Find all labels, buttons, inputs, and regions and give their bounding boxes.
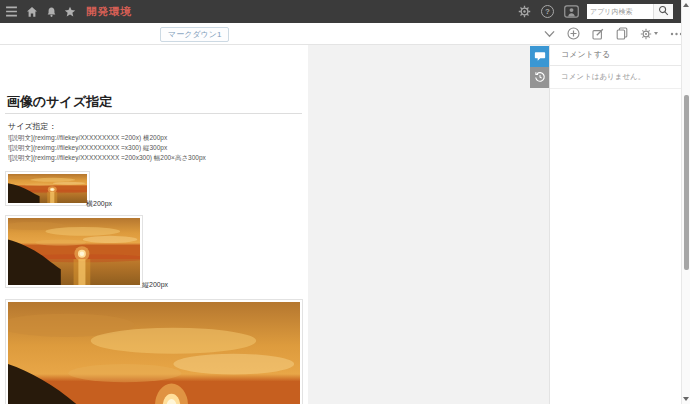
add-record-plus-icon[interactable] <box>567 27 580 40</box>
menu-icon[interactable] <box>5 6 18 17</box>
sunset-image-width200 <box>5 171 90 206</box>
markdown-syntax-line: ![説明文](reximg://filekey/XXXXXXXXX =x300)… <box>8 144 167 153</box>
comments-sidebar: コメントする コメントはありません。 <box>549 45 681 404</box>
record-toolbar: マークダウン1 <box>0 23 681 45</box>
page-scrollbar[interactable] <box>681 0 690 404</box>
record-actions <box>544 23 683 44</box>
help-icon[interactable]: ? <box>541 5 554 18</box>
comments-empty-message: コメントはありません。 <box>550 66 681 89</box>
sunset-image-height200 <box>5 215 143 288</box>
history-clock-icon <box>534 69 546 87</box>
record-title: 画像のサイズ指定 <box>7 93 112 111</box>
app-search <box>587 4 673 19</box>
user-avatar-icon[interactable] <box>564 5 579 18</box>
app-title[interactable]: 開発環境 <box>86 5 132 19</box>
tab-comments[interactable] <box>530 46 549 67</box>
scrollbar-thumb[interactable] <box>684 95 689 270</box>
comment-bubble-icon <box>534 48 546 66</box>
size-section-label: サイズ指定： <box>8 121 57 132</box>
tab-history[interactable] <box>530 67 549 88</box>
content-background <box>308 45 549 404</box>
record-content: 画像のサイズ指定 サイズ指定： ![説明文](reximg://filekey/… <box>0 45 308 404</box>
image-caption: 横200px <box>86 199 112 209</box>
duplicate-record-icon[interactable] <box>616 27 628 40</box>
notifications-bell-icon[interactable] <box>46 6 57 18</box>
markdown-syntax-line: ![説明文](reximg://filekey/XXXXXXXXX =200x3… <box>8 154 206 163</box>
scroll-down-icon[interactable] <box>683 397 689 401</box>
global-header: 開発環境 ? <box>0 0 681 23</box>
search-icon <box>658 4 669 19</box>
home-icon[interactable] <box>26 6 38 18</box>
markdown-syntax-line: ![説明文](reximg://filekey/XXXXXXXXX =200x)… <box>8 134 167 143</box>
settings-gear-icon[interactable] <box>518 5 531 18</box>
app-window: 開発環境 ? マークダウン1 <box>0 0 690 404</box>
title-divider <box>5 113 302 114</box>
search-input[interactable] <box>587 4 653 19</box>
scroll-up-icon[interactable] <box>683 3 689 7</box>
tab-markdown1[interactable]: マークダウン1 <box>160 27 229 42</box>
chevron-down-icon[interactable] <box>544 30 555 38</box>
add-comment-button[interactable]: コメントする <box>550 45 681 66</box>
search-button[interactable] <box>653 4 673 19</box>
sidebar-tabs <box>530 46 549 88</box>
image-caption: 縦200px <box>142 280 168 290</box>
sunset-image-large <box>5 299 303 404</box>
edit-record-icon[interactable] <box>592 28 604 40</box>
favorites-star-icon[interactable] <box>64 6 76 18</box>
gear-caret-icon <box>654 32 658 35</box>
record-settings-gear-icon[interactable] <box>640 28 658 40</box>
